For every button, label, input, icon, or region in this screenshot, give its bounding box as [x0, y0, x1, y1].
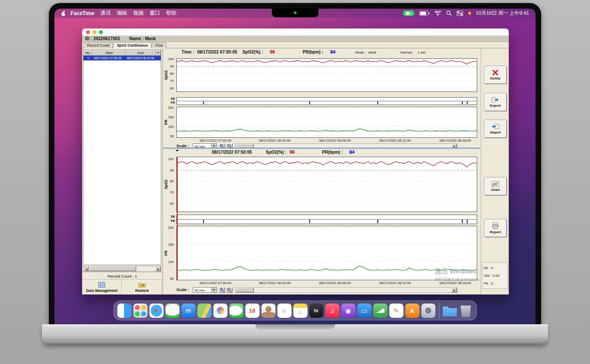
- restore-button[interactable]: Restore: [122, 280, 163, 294]
- export-button[interactable]: Export: [484, 93, 507, 111]
- zoom-out-button[interactable]: [226, 287, 233, 293]
- scroll-right-arrow[interactable]: [451, 144, 457, 148]
- zoom-out-button[interactable]: [226, 143, 233, 148]
- tab-flow[interactable]: Flow: [152, 42, 166, 48]
- import-button[interactable]: Import: [484, 120, 507, 138]
- dock-notes-icon[interactable]: ≡: [293, 304, 307, 318]
- dock-reminders-icon[interactable]: ≡: [277, 304, 291, 318]
- scrollbar-thumb[interactable]: [236, 288, 254, 292]
- scale-select[interactable]: 30 min: [193, 143, 217, 148]
- dock-contacts-icon[interactable]: [261, 304, 275, 318]
- dock-screen-sharing-icon[interactable]: ▭: [357, 304, 371, 318]
- collapse-arrow-icon[interactable]: [175, 150, 179, 153]
- chevron-down-icon[interactable]: [211, 288, 217, 292]
- se-pe-strip[interactable]: [176, 215, 477, 224]
- dock-facetime-icon[interactable]: [229, 304, 243, 318]
- pr-plot[interactable]: [176, 107, 477, 138]
- dock-trash-icon[interactable]: [459, 304, 473, 318]
- screen-recording-indicator[interactable]: [403, 10, 415, 16]
- menu-item-2[interactable]: 视频: [133, 9, 144, 17]
- active-app-name[interactable]: FaceTime: [70, 10, 94, 16]
- chevron-down-icon[interactable]: [211, 144, 217, 148]
- report-label: Report: [490, 230, 501, 234]
- zoom-in-button[interactable]: [219, 143, 225, 148]
- time-cursor[interactable]: [177, 157, 178, 280]
- dock-music-icon[interactable]: ♫: [325, 304, 339, 318]
- menu-item-4[interactable]: 帮助: [166, 9, 176, 17]
- grid-icon: [99, 282, 105, 288]
- dock-finder-icon[interactable]: [117, 304, 131, 318]
- traffic-lights: [86, 30, 103, 34]
- interval-label: Interval :: [400, 51, 414, 54]
- scroll-right-arrow[interactable]: [451, 288, 457, 292]
- menu-item-0[interactable]: 通话: [100, 9, 111, 17]
- wifi-icon[interactable]: [434, 11, 441, 16]
- dock-textedit-icon[interactable]: ✎: [389, 304, 403, 318]
- podcasts-glyph: ◉: [345, 307, 351, 314]
- chart-button[interactable]: Chart: [484, 177, 507, 195]
- close-button[interactable]: [86, 30, 90, 34]
- scroll-right-arrow[interactable]: [155, 266, 161, 271]
- dock-podcasts-icon[interactable]: ◉: [341, 304, 355, 318]
- record-table-hscrollbar[interactable]: [83, 266, 161, 272]
- dock-messages-icon[interactable]: [165, 304, 179, 318]
- column-header-start[interactable]: Start: [93, 50, 126, 56]
- y-tick-label: 100: [168, 157, 174, 161]
- menu-item-3[interactable]: 窗口: [150, 9, 160, 17]
- chart-hscrollbar[interactable]: [235, 143, 457, 148]
- dock-calendar-icon[interactable]: 18: [245, 304, 259, 318]
- control-center-icon[interactable]: [456, 11, 463, 16]
- menu-bar-clock[interactable]: 10月18日 周一 上午9:41: [476, 10, 529, 16]
- dock-launchpad-icon[interactable]: [133, 304, 147, 318]
- table-row[interactable]: 108/17/2022 07:50:0508/17/2022 08:29:55: [83, 56, 161, 60]
- dock-photos-icon[interactable]: [213, 304, 227, 318]
- chart-hscrollbar[interactable]: [235, 287, 457, 293]
- scrollbar-thumb[interactable]: [236, 144, 254, 148]
- report-button[interactable]: Report: [484, 219, 507, 237]
- apple-menu-icon[interactable]: [61, 10, 66, 16]
- y-tick-label: 90: [170, 64, 174, 68]
- dock-app-a-icon[interactable]: A: [405, 304, 419, 318]
- delete-button[interactable]: Delete: [484, 66, 507, 84]
- battery-icon[interactable]: [419, 11, 430, 16]
- activate-windows-watermark: 激活 Windows 转到“设置”以激活 Windows。: [435, 267, 480, 282]
- x-tick-label: 08/17/2022 08:00:00: [259, 139, 290, 142]
- cell-end: 08/17/2022 08:29:55: [126, 56, 156, 60]
- dock-tv-icon[interactable]: tv: [309, 304, 323, 318]
- spo2-plot[interactable]: [176, 58, 477, 92]
- spo2-value: 96: [270, 49, 275, 54]
- column-header-end[interactable]: End: [126, 50, 156, 56]
- zoom-in-button[interactable]: [219, 287, 225, 293]
- tab-record-count[interactable]: Record Count: [83, 42, 113, 48]
- dock: ✦✉18≡≡tv♫◉▭▁▄▇✎A⚙: [113, 301, 477, 320]
- dock-safari-icon[interactable]: ✦: [149, 304, 163, 318]
- se-pe-strip[interactable]: [176, 97, 477, 105]
- y-tick-label: 100: [168, 260, 174, 263]
- scale-row: Scale : 30 min: [163, 143, 480, 148]
- column-header-p[interactable]: P: [156, 50, 161, 56]
- zoom-button[interactable]: [99, 30, 103, 34]
- tab-spo2-continuous[interactable]: SpO2 Continuous: [113, 42, 151, 48]
- printer-icon: [491, 222, 499, 229]
- scale-select[interactable]: 30 min: [193, 287, 217, 293]
- column-header-no[interactable]: No.: [83, 50, 93, 56]
- dock-mail-icon[interactable]: ✉: [181, 304, 195, 318]
- menu-item-1[interactable]: 编辑: [117, 9, 127, 17]
- dock-settings-icon[interactable]: ⚙: [421, 304, 435, 318]
- odi-value: ODI : 0.00: [484, 274, 506, 278]
- y-tick-label: 150: [168, 115, 174, 119]
- minimize-button[interactable]: [92, 30, 96, 34]
- search-icon[interactable]: [446, 10, 452, 16]
- se-axis-label: SE: [169, 215, 175, 218]
- dock-stats-icon[interactable]: ▁▄▇: [373, 304, 387, 318]
- data-management-button[interactable]: Data Management: [82, 280, 122, 294]
- scroll-left-arrow[interactable]: [83, 266, 89, 271]
- scale-label: Scale :: [176, 288, 189, 292]
- dock-downloads-folder-icon[interactable]: [443, 304, 457, 318]
- spo2-plot[interactable]: [176, 157, 477, 212]
- scrollbar-thumb[interactable]: [89, 266, 136, 271]
- dock-maps-icon[interactable]: [197, 304, 211, 318]
- data-management-label: Data Management: [86, 288, 118, 293]
- y-tick-label: 60: [170, 86, 174, 90]
- pr-plot[interactable]: [176, 226, 477, 280]
